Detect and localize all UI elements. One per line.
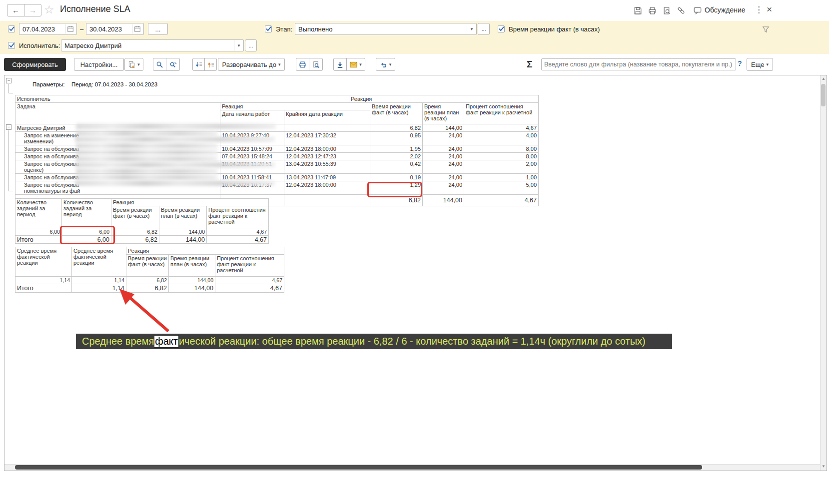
period-checkbox[interactable] — [8, 25, 15, 32]
kebab-menu-icon[interactable]: ⋮ — [755, 4, 763, 15]
save-file-button[interactable] — [333, 58, 347, 71]
cell-fact[interactable]: 0,42 — [370, 160, 423, 174]
cell-percent[interactable]: 8,00 — [464, 153, 539, 160]
cell-deadline[interactable]: 12.04.2023 12:47:23 — [284, 153, 370, 160]
settings-button[interactable]: Настройки... — [74, 58, 124, 71]
cell-percent[interactable]: 4,00 — [464, 132, 539, 145]
cell-plan[interactable]: 144,00 — [423, 124, 464, 132]
executor-checkbox[interactable] — [8, 42, 15, 49]
cell-percent[interactable]: 5,00 — [464, 181, 539, 195]
cell-total-label[interactable]: Итого — [15, 236, 62, 244]
cell-total-percent[interactable]: 4,67 — [215, 284, 284, 293]
cell-plan[interactable]: 24,00 — [423, 181, 464, 195]
favorite-star-icon[interactable]: ☆ — [44, 3, 54, 16]
cell-total-plan[interactable]: 144,00 — [169, 284, 215, 293]
forward-button[interactable]: → — [24, 4, 41, 16]
cell-plan[interactable]: 24,00 — [423, 160, 464, 174]
cell-start[interactable]: 10.04.2023 10:57:09 — [220, 145, 284, 153]
help-button[interactable]: ? — [738, 59, 742, 67]
cell-total-plan[interactable]: 144,00 — [159, 236, 207, 244]
print-icon[interactable] — [647, 5, 657, 15]
cell-fact[interactable]: 1,95 — [370, 145, 423, 153]
stage-more-button[interactable]: ... — [478, 23, 490, 35]
cell-fact[interactable]: 6,82 — [111, 228, 159, 236]
sum-sigma-icon[interactable]: Σ — [527, 59, 532, 70]
cell-total-percent[interactable]: 4,67 — [207, 236, 269, 244]
cell-fact[interactable]: 2,02 — [370, 153, 423, 160]
cell-deadline[interactable]: 12.04.2023 18:00:00 — [284, 181, 370, 195]
cell[interactable] — [284, 195, 370, 206]
close-icon[interactable]: × — [767, 4, 772, 15]
date-from-field[interactable]: 07.04.2023 — [19, 23, 77, 35]
scroll-down-icon[interactable]: ▼ — [822, 465, 826, 469]
column-group-collapse-box[interactable]: − — [6, 78, 11, 83]
executor-select[interactable]: Матреско Дмитрий ▾ — [61, 39, 244, 51]
period-more-button[interactable]: ... — [148, 23, 168, 35]
cell-total-plan[interactable]: 144,00 — [423, 195, 464, 206]
cell-avg-1[interactable]: 1,14 — [15, 277, 72, 284]
cell[interactable] — [284, 124, 370, 132]
fact-time-checkbox[interactable] — [498, 25, 505, 32]
save-icon[interactable] — [633, 5, 643, 15]
cell-fact[interactable]: 6,82 — [126, 277, 169, 284]
link-icon[interactable] — [676, 5, 686, 15]
cell-plan[interactable]: 144,00 — [169, 277, 215, 284]
cell-percent[interactable]: 4,67 — [207, 228, 269, 236]
find-next-button[interactable] — [166, 58, 180, 71]
expand-to-button[interactable]: Разворачивать до ▾ — [218, 58, 285, 71]
find-button[interactable] — [153, 58, 166, 71]
date-to-field[interactable]: 30.04.2023 — [86, 23, 144, 35]
cell-start[interactable]: 10.04.2023 11:58:41 — [220, 174, 284, 181]
cell-percent[interactable]: 2,00 — [464, 160, 539, 174]
cell-percent[interactable]: 4,67 — [464, 124, 539, 132]
more-actions-button[interactable]: Еще ▾ — [747, 58, 773, 71]
cell-total-fact[interactable]: 6,82 — [111, 236, 159, 244]
filter-funnel-icon[interactable] — [761, 24, 771, 34]
discussion-icon[interactable] — [693, 5, 703, 15]
cell-avg-2[interactable]: 1,14 — [72, 277, 126, 284]
row-group-collapse-box[interactable]: − — [6, 124, 11, 130]
cell-plan[interactable]: 24,00 — [423, 132, 464, 145]
cell-fact[interactable]: 0,19 — [370, 174, 423, 181]
cell-fact[interactable]: 0,95 — [370, 132, 423, 145]
stage-select[interactable]: Выполнено ▾ — [295, 23, 477, 35]
cell-task-line2[interactable]: номенклатуры из фай — [17, 188, 218, 194]
stage-checkbox[interactable] — [265, 25, 272, 32]
cell-percent[interactable]: 8,00 — [464, 145, 539, 153]
executor-more-button[interactable]: ... — [245, 39, 257, 51]
print-preview-icon[interactable] — [662, 5, 672, 15]
cell-deadline[interactable]: 13.04.2023 10:55:39 — [284, 160, 370, 174]
cell-plan[interactable]: 24,00 — [423, 145, 464, 153]
vertical-scroll-thumb[interactable] — [821, 84, 826, 106]
generate-button[interactable]: Сформировать — [4, 58, 66, 71]
cell-plan[interactable]: 144,00 — [159, 228, 207, 236]
chevron-down-icon[interactable]: ▾ — [467, 23, 476, 34]
cell-total-label[interactable]: Итого — [15, 284, 72, 293]
preview-button[interactable] — [309, 58, 323, 71]
cell-percent[interactable]: 1,00 — [464, 174, 539, 181]
cell-deadline[interactable]: 13.04.2023 11:47:09 — [284, 174, 370, 181]
cell-plan[interactable]: 24,00 — [423, 174, 464, 181]
cell-fact[interactable]: 6,82 — [370, 124, 423, 132]
print-button[interactable] — [296, 58, 309, 71]
report-variant-button[interactable]: ▾ — [124, 58, 143, 71]
chevron-down-icon[interactable]: ▾ — [234, 40, 243, 51]
cell-percent[interactable]: 4,67 — [215, 277, 284, 284]
back-button[interactable]: ← — [7, 4, 24, 16]
cell-total-percent[interactable]: 4,67 — [464, 195, 539, 206]
scroll-up-icon[interactable]: ▲ — [822, 77, 826, 81]
undo-button[interactable]: ▾ — [376, 58, 395, 71]
calendar-icon[interactable] — [65, 24, 75, 33]
cell-count-1[interactable]: 6,00 — [15, 228, 62, 236]
collapse-rows-button[interactable] — [192, 58, 205, 71]
cell-start[interactable]: 07.04.2023 15:48:24 — [220, 153, 284, 160]
discussion-label[interactable]: Обсуждение — [705, 6, 746, 14]
expand-rows-button[interactable] — [204, 58, 217, 71]
cell-deadline[interactable]: 12.04.2023 17:30:32 — [284, 132, 370, 145]
send-mail-button[interactable]: ▾ — [346, 58, 365, 71]
calendar-icon[interactable] — [132, 24, 142, 33]
quick-filter-input[interactable] — [541, 58, 736, 70]
vertical-scrollbar[interactable] — [820, 75, 827, 471]
cell-plan[interactable]: 24,00 — [423, 153, 464, 160]
cell-deadline[interactable]: 12.04.2023 18:00:00 — [284, 145, 370, 153]
